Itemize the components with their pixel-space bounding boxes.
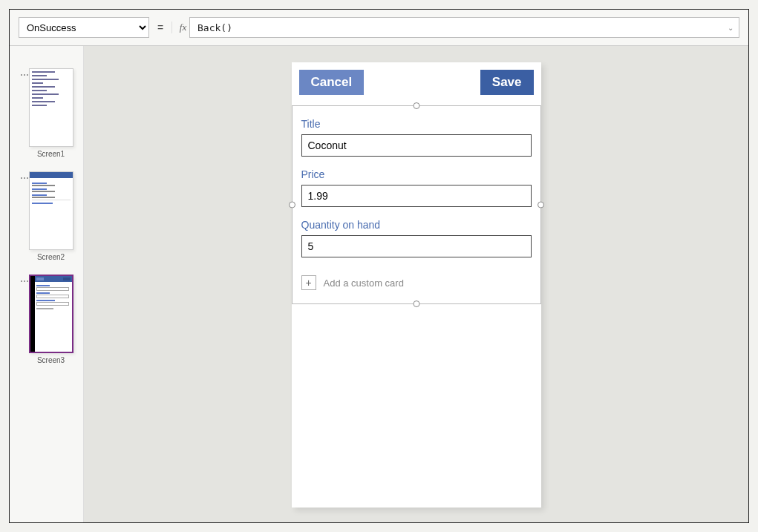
- formula-input[interactable]: [189, 17, 739, 38]
- resize-handle-top[interactable]: [413, 102, 419, 109]
- title-input[interactable]: [301, 134, 532, 157]
- screen-thumb-group-3: ⋯ Scree: [20, 275, 73, 364]
- phone-header: Cancel Save: [292, 62, 541, 102]
- screen-label-1: Screen1: [37, 150, 65, 158]
- phone-preview: Cancel Save Title Price Quantity on hand: [292, 62, 541, 508]
- more-icon[interactable]: ⋯: [20, 276, 27, 286]
- resize-handle-bottom[interactable]: [413, 301, 419, 307]
- app-frame: OnSuccess = fx ⌄ ⋯: [9, 9, 749, 523]
- resize-handle-right[interactable]: [538, 202, 544, 208]
- screen-label-2: Screen2: [37, 253, 65, 261]
- screen-label-3: Screen3: [37, 356, 65, 364]
- property-selector[interactable]: OnSuccess: [19, 17, 149, 38]
- cancel-button[interactable]: Cancel: [299, 70, 365, 95]
- more-icon[interactable]: ⋯: [20, 173, 27, 183]
- more-icon[interactable]: ⋯: [20, 70, 27, 80]
- edit-form[interactable]: Title Price Quantity on hand + Add a cus…: [292, 105, 541, 304]
- title-label: Title: [301, 118, 532, 130]
- price-input[interactable]: [301, 185, 532, 207]
- screen-thumbnail-2[interactable]: [29, 171, 73, 250]
- resize-handle-left[interactable]: [289, 202, 295, 208]
- formula-input-wrap: fx ⌄: [171, 17, 739, 38]
- design-canvas[interactable]: Cancel Save Title Price Quantity on hand: [84, 46, 748, 522]
- quantity-label: Quantity on hand: [301, 219, 532, 231]
- add-card-label: Add a custom card: [324, 278, 404, 289]
- quantity-input[interactable]: [301, 235, 532, 257]
- screens-panel: ⋯ Screen1 ⋯: [10, 46, 84, 522]
- save-button[interactable]: Save: [480, 70, 534, 95]
- main-area: ⋯ Screen1 ⋯: [10, 46, 748, 522]
- formula-bar: OnSuccess = fx ⌄: [10, 10, 748, 46]
- screen-thumb-group-2: ⋯ Screen2: [20, 171, 73, 261]
- add-custom-card[interactable]: + Add a custom card: [293, 269, 540, 303]
- price-label: Price: [301, 168, 532, 180]
- screen-thumbnail-3[interactable]: [29, 275, 73, 353]
- screen-thumb-group-1: ⋯ Screen1: [20, 68, 73, 158]
- form-body: Title Price Quantity on hand: [293, 106, 540, 269]
- equals-sign: =: [155, 22, 166, 33]
- fx-icon: fx: [171, 22, 189, 33]
- plus-icon: +: [301, 275, 316, 290]
- screen-thumbnail-1[interactable]: [29, 68, 73, 147]
